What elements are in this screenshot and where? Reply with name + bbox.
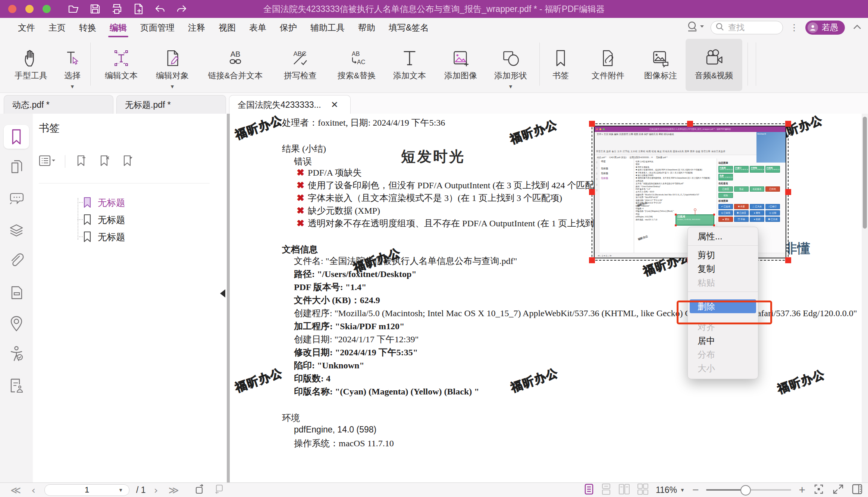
search-input[interactable] [727,22,770,33]
tool-select[interactable]: 选择▼ [56,39,89,91]
user-account-button[interactable]: 若愚 [805,21,845,35]
resize-handle[interactable] [785,189,791,195]
continuous-view-icon[interactable] [601,484,611,496]
zoom-window-button[interactable] [43,5,51,13]
context-menu-item[interactable]: 属性... [688,229,758,243]
context-menu-item[interactable]: 分布 ▶ [688,347,758,361]
zoom-out-button[interactable]: − [692,484,699,496]
collapse-ribbon-icon[interactable] [852,23,863,32]
fields-panel-button[interactable] [0,284,33,301]
add-bookmark-icon[interactable] [75,154,88,169]
page-number-input[interactable]: 1 ▼ [44,484,129,496]
tool-image-annotation[interactable]: 图像标注 [639,39,683,91]
save-icon[interactable] [89,3,101,15]
panel-collapse-button[interactable] [220,289,225,298]
menu-item[interactable]: 页面管理∨ [134,22,181,34]
zoom-in-button[interactable]: + [799,484,805,496]
facing-view-icon[interactable] [618,484,630,496]
more-options-icon[interactable]: ⋮ [790,22,799,33]
dropdown-caret[interactable]: ▼ [70,84,75,89]
bookmark-tree-item[interactable]: 无标题 [33,194,227,211]
previous-page-button[interactable]: ‹ [26,484,41,496]
tool-file-attachment[interactable]: 文件附件 [582,39,634,91]
vertical-scrollbar[interactable] [862,114,868,483]
menu-item[interactable]: 表单∨ [242,22,273,34]
next-page-button[interactable]: › [149,484,163,496]
fit-page-icon[interactable] [813,484,825,496]
next-view-icon[interactable] [213,484,225,496]
bookmarks-panel-button[interactable] [4,125,29,149]
menu-item[interactable]: 保护∨ [273,22,304,34]
tab-document-1[interactable]: 动态.pdf * [4,95,113,114]
fullscreen-icon[interactable] [832,484,844,496]
bookmark-tree-item[interactable]: 无标题 [33,211,227,228]
close-window-button[interactable] [8,5,16,13]
comments-panel-button[interactable] [0,191,33,207]
context-menu-item[interactable]: 居中 ▶ [688,334,758,347]
last-page-button[interactable]: ≫ [163,484,184,496]
attachments-panel-button[interactable] [0,252,33,269]
accessibility-panel-button[interactable] [0,346,33,363]
bookmark-tree-item[interactable]: 无标题 [33,228,227,245]
destinations-panel-button[interactable] [0,315,33,332]
context-menu-item[interactable]: 粘贴 [688,276,758,289]
menu-item[interactable]: 帮助∨ [351,22,382,34]
first-page-button[interactable]: ≪ [5,484,26,496]
undo-icon[interactable] [154,3,166,15]
zoom-slider[interactable] [706,489,791,491]
page-dropdown-caret[interactable]: ▼ [118,487,123,493]
tool-add-image[interactable]: 添加图像 [437,39,484,91]
menu-item[interactable]: 注释∨ [181,22,212,34]
menu-item[interactable]: 文件∨ [11,22,42,34]
tool-add-shapes[interactable]: 添加形状▼ [488,39,533,91]
previous-view-icon[interactable] [194,484,206,496]
tab-document-active[interactable]: 全国法院失4233333... ✕ [229,95,351,114]
zoom-slider-thumb[interactable] [740,485,751,496]
tool-add-text[interactable]: 添加文本 [388,39,431,91]
resize-handle[interactable] [589,189,595,195]
menu-item[interactable]: 编辑∨ [103,22,134,34]
close-tab-icon[interactable]: ✕ [331,100,338,110]
zoom-level-dropdown[interactable]: 116%▼ [656,485,685,495]
dropdown-caret[interactable]: ▼ [170,84,175,89]
print-icon[interactable] [110,3,123,15]
advanced-search-icon[interactable] [687,21,704,35]
panel-resize-handle[interactable] [227,114,230,483]
open-file-icon[interactable] [67,3,80,15]
menu-item[interactable]: 视图∨ [212,22,242,34]
minimize-window-button[interactable] [25,5,34,13]
context-menu-item[interactable]: 大小 ▶ [688,361,758,375]
context-menu-item[interactable]: 复制 [688,262,758,276]
pages-panel-button[interactable] [0,159,33,176]
resize-handle[interactable] [785,257,791,263]
redo-icon[interactable] [175,3,188,15]
scrollbar-thumb[interactable] [863,117,867,229]
tool-link-join-text[interactable]: AB 链接&合并文本 [201,39,270,91]
resize-handle[interactable] [785,121,791,127]
signatures-panel-button[interactable] [0,377,33,394]
menu-item[interactable]: 辅助工具∨ [304,22,351,34]
tool-hand[interactable]: 手型工具 [9,39,53,91]
tool-edit-object[interactable]: 编辑对象▼ [149,39,195,91]
bookmark-more-icon[interactable] [121,154,135,169]
tool-bookmark[interactable]: 书签 [545,39,577,91]
context-menu-item[interactable]: 剪切 [688,248,758,262]
resize-handle[interactable] [687,121,693,127]
bookmark-options-icon[interactable] [39,154,55,169]
tool-search-replace[interactable]: ABAC 搜索&替换 [330,39,383,91]
menu-item[interactable]: 填写&签名∨ [382,22,435,34]
search-box[interactable] [711,21,783,34]
menu-item[interactable]: 主页∨ [42,22,72,34]
new-document-icon[interactable] [132,3,145,15]
layers-panel-button[interactable] [0,223,33,238]
facing-continuous-view-icon[interactable] [637,484,648,496]
menu-item[interactable]: 转换∨ [72,22,103,34]
resize-handle[interactable] [589,121,595,127]
side-panel-icon[interactable] [852,484,863,496]
resize-handle[interactable] [589,257,595,263]
tool-audio-video[interactable]: 音频&视频 [686,39,742,91]
delete-bookmark-icon[interactable] [98,154,112,169]
tool-spell-check[interactable]: ABC 拼写检查 [276,39,325,91]
tab-document-2[interactable]: 无标题.pdf * [116,95,226,114]
tool-edit-text[interactable]: 编辑文本 [98,39,144,91]
